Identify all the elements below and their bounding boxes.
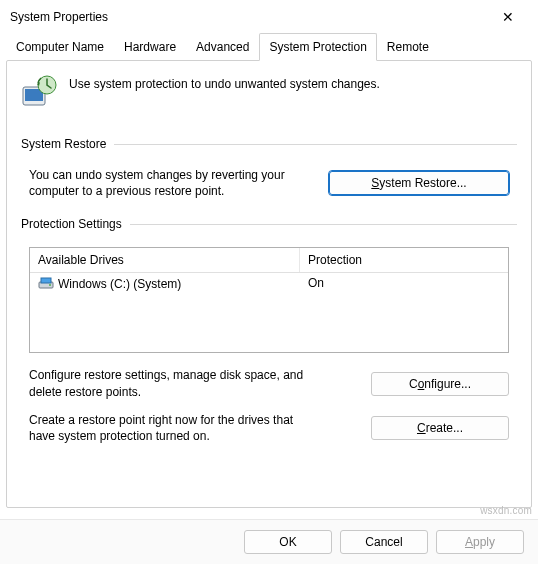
configure-row: Configure restore settings, manage disk …	[29, 367, 509, 399]
divider	[130, 224, 517, 225]
drives-header: Available Drives Protection	[30, 248, 508, 273]
intro-row: Use system protection to undo unwanted s…	[21, 75, 517, 111]
tab-strip: Computer Name Hardware Advanced System P…	[0, 32, 538, 60]
col-available-drives[interactable]: Available Drives	[30, 248, 300, 272]
titlebar: System Properties ✕	[0, 0, 538, 32]
group-protection-settings: Protection Settings Available Drives Pro…	[21, 217, 517, 444]
divider	[114, 144, 517, 145]
group-system-restore: System Restore You can undo system chang…	[21, 137, 517, 199]
group-label: System Restore	[21, 137, 106, 151]
window-title: System Properties	[10, 10, 108, 24]
system-restore-button[interactable]: System Restore...	[329, 171, 509, 195]
system-protection-icon	[21, 75, 57, 111]
tab-computer-name[interactable]: Computer Name	[6, 33, 114, 61]
group-header: System Restore	[21, 137, 517, 151]
tab-advanced[interactable]: Advanced	[186, 33, 259, 61]
system-restore-desc: You can undo system changes by reverting…	[29, 167, 309, 199]
drives-list[interactable]: Available Drives Protection Windows (C:)…	[29, 247, 509, 353]
close-icon[interactable]: ✕	[488, 9, 528, 25]
cancel-button[interactable]: Cancel	[340, 530, 428, 554]
tab-system-protection[interactable]: System Protection	[259, 33, 376, 61]
tab-panel: Use system protection to undo unwanted s…	[6, 60, 532, 508]
group-label: Protection Settings	[21, 217, 122, 231]
apply-button[interactable]: Apply	[436, 530, 524, 554]
svg-rect-5	[41, 278, 51, 283]
intro-text: Use system protection to undo unwanted s…	[69, 75, 380, 91]
protection-cell: On	[300, 273, 508, 294]
dialog-buttons: OK Cancel Apply	[0, 519, 538, 564]
col-protection[interactable]: Protection	[300, 248, 508, 272]
tab-hardware[interactable]: Hardware	[114, 33, 186, 61]
drive-icon	[38, 276, 54, 290]
drive-cell: Windows (C:) (System)	[30, 273, 300, 294]
ok-button[interactable]: OK	[244, 530, 332, 554]
system-restore-row: You can undo system changes by reverting…	[29, 167, 509, 199]
drive-name: Windows (C:) (System)	[58, 277, 181, 291]
configure-desc: Configure restore settings, manage disk …	[29, 367, 309, 399]
create-button[interactable]: Create...	[371, 416, 509, 440]
table-row[interactable]: Windows (C:) (System) On	[30, 273, 508, 294]
tab-remote[interactable]: Remote	[377, 33, 439, 61]
create-desc: Create a restore point right now for the…	[29, 412, 309, 444]
group-header: Protection Settings	[21, 217, 517, 231]
watermark: wsxdn.com	[480, 505, 532, 516]
create-row: Create a restore point right now for the…	[29, 412, 509, 444]
svg-point-6	[49, 284, 51, 286]
configure-button[interactable]: Configure...	[371, 372, 509, 396]
